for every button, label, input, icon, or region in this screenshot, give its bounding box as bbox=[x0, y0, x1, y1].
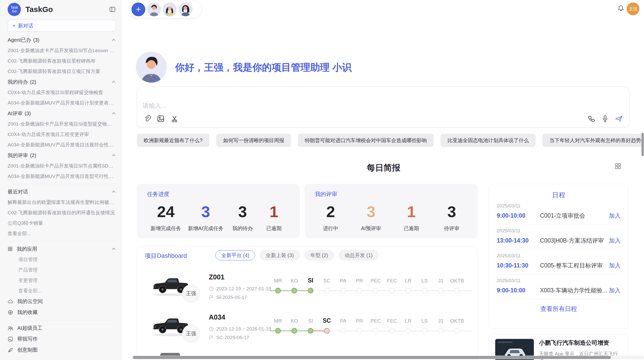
cloud-space-label: 我的云空间 bbox=[17, 298, 43, 305]
sidebar-section-header[interactable]: 我的评审 (2) bbox=[8, 150, 116, 161]
milestone-dot[interactable] bbox=[373, 328, 378, 334]
sidebar-item[interactable]: Z001-全新燃油皮卡产品开发项目SI节点Lesson Learn报告 bbox=[8, 45, 116, 56]
image-icon[interactable] bbox=[157, 115, 165, 123]
milestone-dot[interactable] bbox=[275, 288, 281, 293]
sidebar-section: 我的评审 (2) Z001-全新燃油轻卡产品开发项目SI节点属性5D文件评审A0… bbox=[8, 150, 116, 182]
milestone-dot[interactable] bbox=[340, 328, 346, 334]
sidebar-item[interactable]: C0X4-动力总成开发项目SI里程碑提交物检查 bbox=[8, 87, 116, 98]
milestone-dot[interactable] bbox=[308, 328, 313, 334]
milestone-dot[interactable] bbox=[291, 328, 297, 334]
sidebar-item-creative-drawing[interactable]: 创意制图 bbox=[8, 344, 116, 355]
sidebar-item[interactable]: 项目管理 bbox=[8, 254, 116, 265]
sidebar-section-header[interactable]: 最近对话 bbox=[8, 186, 116, 197]
suggestion-chip[interactable]: 比亚迪全固态电池计划具体说了什么 bbox=[441, 134, 536, 147]
sidebar-item[interactable]: C02-飞腾新能源轻客改款项目立项汇报方案 bbox=[8, 66, 116, 77]
milestone-dot[interactable] bbox=[389, 288, 395, 293]
join-link[interactable]: 加入 bbox=[609, 262, 621, 269]
sidebar-item[interactable]: C0X4-动力总成开发项目工程变更评审 bbox=[8, 129, 116, 140]
new-chat-button[interactable]: + 新对话 bbox=[8, 20, 116, 32]
sidebar-item[interactable]: A034-全新新能源MUV产品开发项目计划变更表编写 bbox=[8, 98, 116, 108]
view-all-schedule-link[interactable]: 查看所有日程 bbox=[497, 305, 621, 313]
chevron-up-icon bbox=[112, 112, 116, 115]
horizontal-scrollbar[interactable] bbox=[132, 356, 644, 359]
milestone-dot[interactable] bbox=[340, 288, 346, 293]
avatar[interactable] bbox=[147, 2, 161, 16]
sidebar-item[interactable]: C02-飞腾新能源轻客改款项目里程碑画布 bbox=[8, 56, 116, 66]
sidebar-item[interactable]: 公司Q3轻卡销量 bbox=[8, 218, 116, 228]
suggestion-chip[interactable]: 欧洲新规最近颁布了什么? bbox=[137, 134, 209, 147]
milestone-dot[interactable] bbox=[275, 328, 281, 334]
join-link[interactable]: 加入 bbox=[609, 237, 621, 245]
sidebar-item[interactable]: A034-全新新能源MUV产品开发项目造型可行性评审 bbox=[8, 171, 116, 182]
milestone-dot[interactable] bbox=[405, 288, 411, 293]
milestone-dot[interactable] bbox=[357, 328, 362, 334]
sidebar-item[interactable]: 解释最新出台的欧盟报废车法规再生塑料比例被调至15%... bbox=[8, 197, 116, 207]
milestone-dot[interactable] bbox=[373, 288, 378, 293]
schedule-items: 2025/03/11 9:00-10:00 C001-立项审批会 加入 2025… bbox=[497, 200, 621, 299]
milestone-dot[interactable] bbox=[454, 328, 460, 334]
milestone-dot[interactable] bbox=[405, 328, 411, 334]
stat-value: 3 bbox=[359, 203, 383, 221]
sidebar-section-items: Z001-全新燃油皮卡产品开发项目SI节点Lesson Learn报告C02-飞… bbox=[8, 45, 116, 77]
project-date-range: 2023-12-19 ~ 2027-01-19 bbox=[209, 286, 271, 292]
sidebar-section-label: 最近对话 bbox=[8, 188, 28, 195]
sidebar-section-label: AI评审 bbox=[8, 110, 23, 117]
sidebar-section-header[interactable]: 我的待办 (2) bbox=[8, 77, 116, 87]
sidebar-item-ai-super-staff[interactable]: AI超级员工 bbox=[8, 323, 116, 334]
paperclip-icon[interactable] bbox=[143, 115, 151, 123]
sidebar-collapse-icon[interactable] bbox=[109, 6, 116, 13]
stat-value: 24 bbox=[151, 203, 181, 221]
project-row[interactable]: 王强 Z001 2023-12-19 ~ 2027-01-19 SI-2025-… bbox=[137, 273, 477, 313]
milestone-dot[interactable] bbox=[438, 328, 444, 334]
sidebar-item[interactable]: A034-全新新能源MUV产品开发项目法规符合性评审 bbox=[8, 140, 116, 150]
milestone-dot[interactable] bbox=[389, 328, 395, 334]
paper-plane-send-icon[interactable] bbox=[615, 115, 623, 123]
sidebar-item[interactable]: 查看全部... bbox=[8, 228, 116, 239]
sidebar-item[interactable]: 查看全部... bbox=[8, 286, 116, 296]
sidebar-section-header[interactable]: Agent已办 (3) bbox=[8, 35, 116, 45]
suggestion-chip[interactable]: 当下年轻人对汽车外观有怎样的喜好趋势 bbox=[543, 134, 644, 147]
chat-input[interactable] bbox=[143, 102, 524, 113]
stat: 2 进行中 bbox=[318, 203, 343, 232]
sidebar-item[interactable]: Z001-全新燃油轻卡产品开发项目SI节点属性5D文件评审 bbox=[8, 161, 116, 171]
add-conversation-button[interactable]: + bbox=[131, 3, 145, 16]
milestone-dot[interactable] bbox=[422, 328, 427, 334]
milestone-dot[interactable] bbox=[324, 328, 330, 334]
horizontal-scrollbar-thumb[interactable] bbox=[133, 356, 611, 359]
vertical-scrollbar-thumb[interactable] bbox=[641, 133, 644, 156]
sidebar-item[interactable]: C02-飞腾新能源轻客改款项目的闭环通告反馈情况 bbox=[8, 207, 116, 218]
project-row[interactable]: 王强 A034 2023-12-19 ~ 2026-01-19 SC-2025-… bbox=[137, 313, 477, 353]
sidebar-item[interactable]: 变更管理 bbox=[8, 275, 116, 286]
milestone-dot[interactable] bbox=[324, 288, 330, 293]
mic-icon[interactable] bbox=[601, 115, 609, 123]
project-name: Z001 bbox=[209, 273, 225, 281]
sidebar-item-cloud-space[interactable]: 我的云空间 bbox=[8, 296, 116, 307]
avatar[interactable] bbox=[179, 2, 193, 16]
milestone-dot[interactable] bbox=[291, 288, 297, 293]
project-dates: 2023-12-19 ~ 2026-01-19 bbox=[216, 326, 271, 332]
avatar[interactable] bbox=[163, 2, 177, 16]
project-dashboard-card: 项目Dashboard 全新平台 (4) 全新上装 (3) 年型 (2) 动总开… bbox=[137, 246, 478, 360]
user-avatar[interactable]: 王强 bbox=[627, 3, 639, 15]
suggestion-chip[interactable]: 特朗普可能对进口汽车增税会对中国车企造成哪些影响 bbox=[298, 134, 434, 147]
layout-grid-icon[interactable] bbox=[614, 163, 621, 170]
sidebar-item-help-me-write[interactable]: 帮我写作 bbox=[8, 334, 116, 344]
sidebar-item-my-apps[interactable]: 我的应用 bbox=[8, 244, 116, 254]
join-link[interactable]: 加入 bbox=[609, 212, 621, 220]
milestone-dot[interactable] bbox=[308, 288, 313, 293]
sidebar-section-header[interactable]: AI评审 (3) bbox=[8, 108, 116, 119]
bell-icon[interactable] bbox=[617, 5, 624, 12]
milestone-dot[interactable] bbox=[422, 288, 427, 293]
suggestion-chip[interactable]: 如何写一份清晰的项目周报 bbox=[216, 134, 291, 147]
milestone-dot[interactable] bbox=[357, 288, 362, 293]
sidebar-item[interactable]: 产品管理 bbox=[8, 265, 116, 275]
sidebar-item[interactable]: Z001-全新燃油轻卡产品开发项目SI造型提交物评审 bbox=[8, 119, 116, 129]
milestone-dot[interactable] bbox=[454, 288, 460, 293]
schedule-row: 10:30-11:30 C005-整车工程目标评审 加入 bbox=[497, 262, 621, 269]
join-link[interactable]: 加入 bbox=[609, 287, 621, 294]
scissors-icon[interactable] bbox=[171, 115, 178, 123]
phone-icon[interactable] bbox=[588, 115, 595, 123]
milestone-dot[interactable] bbox=[438, 288, 444, 293]
sidebar-item-favorites[interactable]: 我的收藏 bbox=[8, 307, 116, 318]
schedule-card: 日程 2025/03/11 9:00-10:00 C001-立项审批会 加入 2… bbox=[489, 184, 628, 328]
